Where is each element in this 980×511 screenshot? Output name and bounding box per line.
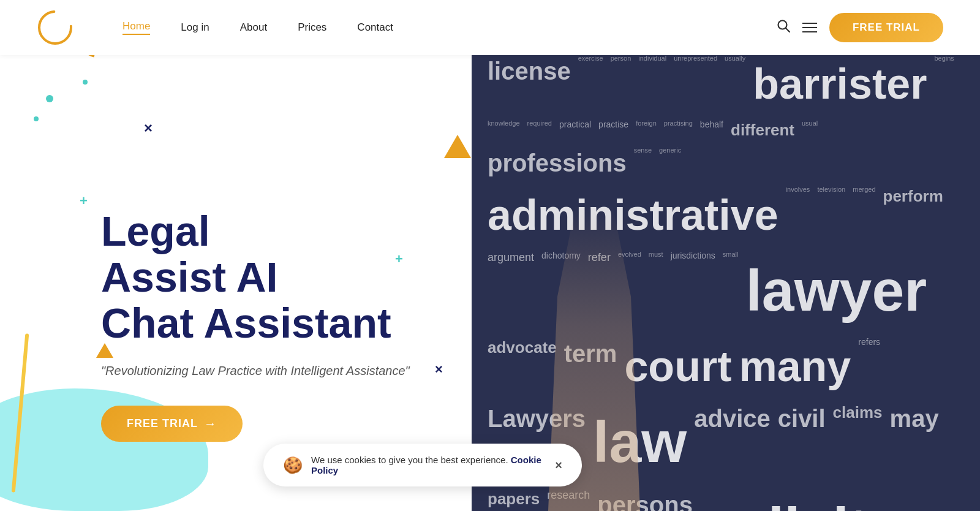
deco-dot-3	[34, 116, 39, 121]
word-different: different	[731, 119, 794, 141]
hero-title-line1: Legal	[101, 208, 456, 254]
word-license: license	[488, 54, 571, 114]
nav-free-trial-button[interactable]: FREE TRIAL	[829, 13, 943, 42]
nav-login[interactable]: Log in	[181, 21, 209, 34]
word-exercise: exercise	[578, 54, 603, 114]
word-merged: merged	[853, 185, 875, 245]
word-civil: civil	[778, 401, 826, 483]
svg-point-0	[39, 12, 71, 44]
nav-center: Home Log in About Prices Contact	[74, 20, 393, 35]
cookie-message: We use cookies to give you the best expe…	[311, 455, 508, 465]
word-sense: sense	[634, 146, 652, 180]
deco-triangle-1	[444, 135, 471, 158]
word-argument: argument	[488, 250, 534, 331]
word-behalf: behalf	[700, 119, 723, 141]
word-unrepresented: unrepresented	[674, 54, 717, 114]
deco-x-1: ×	[144, 119, 153, 137]
word-small: small	[723, 250, 739, 331]
cookie-close-button[interactable]: ×	[555, 458, 562, 472]
hero-title-line3: Chat Assistant	[101, 300, 456, 346]
word-administrative: administrative	[488, 185, 778, 245]
word-person: person	[611, 54, 631, 114]
word-practical: practical	[559, 119, 591, 141]
word-foreign: foreign	[636, 119, 657, 141]
deco-dot-1	[46, 95, 53, 102]
word-perform: perform	[883, 185, 943, 245]
left-panel: × + + × Legal Assist AI Chat Assistant "…	[0, 0, 472, 511]
word-advice: advice	[694, 401, 771, 483]
word-court: court	[624, 336, 731, 396]
nav-contact[interactable]: Contact	[357, 21, 393, 34]
cookie-banner: 🍪 We use cookies to give you the best ex…	[263, 444, 582, 486]
navigation: Home Log in About Prices Contact FREE TR…	[0, 0, 980, 55]
nav-right: FREE TRIAL	[777, 13, 943, 42]
word-jurisdictions: jurisdictions	[671, 250, 715, 331]
word-practise: practise	[598, 119, 628, 141]
deco-dot-2	[83, 80, 88, 85]
word-refers: refers	[858, 336, 880, 396]
arrow-icon: →	[204, 417, 217, 431]
nav-about[interactable]: About	[240, 21, 267, 34]
word-advocate: advocate	[488, 336, 557, 396]
svg-line-2	[786, 28, 790, 32]
hero-free-trial-label: FREE TRIAL	[127, 417, 198, 430]
hero-free-trial-button[interactable]: FREE TRIAL →	[101, 406, 243, 442]
hamburger-icon[interactable]	[802, 23, 817, 32]
word-barrister: barrister	[753, 54, 927, 114]
word-required: required	[527, 119, 552, 141]
cookie-text: We use cookies to give you the best expe…	[311, 455, 546, 475]
word-professions: professions	[488, 146, 627, 180]
word-many: many	[739, 336, 851, 396]
search-icon[interactable]	[777, 19, 790, 36]
word-begins: begins	[934, 54, 954, 114]
word-involves: involves	[786, 185, 810, 245]
word-may: may	[890, 401, 939, 483]
word-generic: generic	[659, 146, 681, 180]
cookie-icon: 🍪	[283, 456, 303, 475]
word-claims: claims	[833, 401, 883, 483]
nav-prices[interactable]: Prices	[298, 21, 326, 34]
hero-subtitle: "Revolutionizing Law Practice with Intel…	[101, 364, 456, 378]
word-lawyer: lawyer	[745, 250, 927, 331]
right-panel: private group Scotland disambiguation sp…	[472, 0, 980, 511]
word-individual: individual	[638, 54, 666, 114]
nav-home[interactable]: Home	[123, 20, 150, 35]
logo	[37, 9, 74, 46]
word-cloud: private group Scotland disambiguation sp…	[472, 0, 980, 511]
word-practising: practising	[664, 119, 693, 141]
word-usually: usually	[725, 54, 745, 114]
hero-title-line2: Assist AI	[101, 254, 456, 300]
hero-content: Legal Assist AI Chat Assistant "Revoluti…	[101, 208, 456, 442]
word-knowledge: knowledge	[488, 119, 520, 141]
word-television: television	[817, 185, 845, 245]
word-papers: papers	[488, 488, 540, 511]
nav-links: Home Log in About Prices Contact	[123, 20, 393, 35]
word-usual: usual	[802, 119, 818, 141]
hero-title: Legal Assist AI Chat Assistant	[101, 208, 456, 346]
word-must: must	[649, 250, 663, 331]
deco-plus-1: +	[80, 193, 88, 209]
word-solicitors: solicitors	[700, 488, 959, 511]
